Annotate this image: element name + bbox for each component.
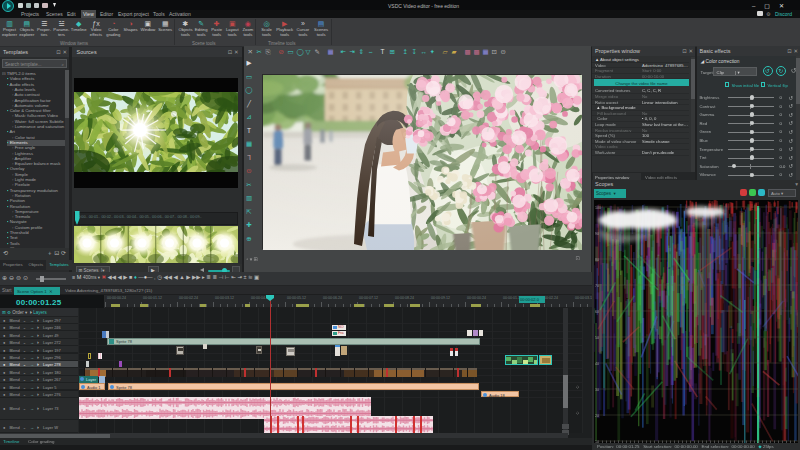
svg-text:100: 100 xyxy=(595,206,601,210)
svg-text:50: 50 xyxy=(595,336,599,340)
svg-text:90: 90 xyxy=(595,232,599,236)
svg-text:80: 80 xyxy=(595,258,599,262)
svg-text:60: 60 xyxy=(595,310,599,314)
svg-text:20: 20 xyxy=(595,414,599,418)
svg-text:70: 70 xyxy=(595,284,599,288)
svg-text:10: 10 xyxy=(595,440,599,444)
svg-text:40: 40 xyxy=(595,362,599,366)
svg-text:30: 30 xyxy=(595,388,599,392)
